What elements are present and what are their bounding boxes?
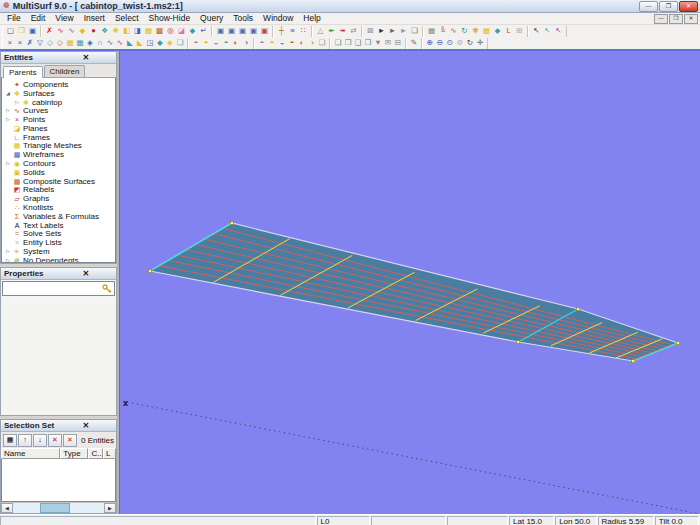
tree-item-components[interactable]: ✦Components [2,80,115,89]
snake-2-icon[interactable]: ◣ [125,38,135,48]
plan-view-icon[interactable]: ▣ [226,26,237,36]
magnet-icon[interactable]: ◆ [77,26,88,36]
3d-viewport[interactable]: x [120,51,700,514]
vis-sel-icon[interactable]: ◑ [307,38,317,48]
frame-l-icon[interactable]: L [503,26,514,36]
duplicate-icon[interactable]: ❒ [363,38,373,48]
copy-special-icon[interactable]: ❐ [343,38,353,48]
remove-icon[interactable]: ✕ [48,434,62,447]
tree-item-graphs[interactable]: ▱Graphs [2,194,115,203]
tree-item-system[interactable]: ▷✳System [2,247,115,256]
tree-item-wireframes[interactable]: ▩Wireframes [2,150,115,159]
menu-query[interactable]: Query [195,13,228,24]
ring-icon[interactable]: ▦ [65,38,75,48]
blink-icon[interactable]: ◐ [231,38,241,48]
flower-icon[interactable]: ✾ [470,26,481,36]
hide-icon[interactable]: ◒ [211,38,221,48]
bead-icon[interactable]: ● [88,26,99,36]
tree-item-curves[interactable]: ▷∿Curves [2,106,115,115]
perspective-view-icon[interactable]: ▣ [259,26,270,36]
formula-icon[interactable]: ↵ [198,26,209,36]
delete-entity-icon[interactable]: ✗ [44,26,55,36]
copy-icon[interactable]: ❏ [333,38,343,48]
tree-item-solids[interactable]: ▣Solids [2,168,115,177]
tree-item-variables-formulas[interactable]: ΣVariables & Formulas [2,212,115,221]
magnet-2-icon[interactable]: ▦ [75,38,85,48]
surface-icon[interactable]: ❖ [99,26,110,36]
move-down-icon[interactable]: ↓ [33,434,47,447]
tree-item-no-dependents[interactable]: ▷⊘No Dependents [2,256,115,263]
copy-surface-icon[interactable]: ❏ [175,38,185,48]
zoom-in-icon[interactable]: ⊕ [425,38,435,48]
align-icon[interactable]: ≡ [287,26,298,36]
mdi-restore-button[interactable]: ❐ [669,14,683,24]
menu-tools[interactable]: Tools [228,13,258,24]
red-curve-icon[interactable]: ∿ [448,26,459,36]
zoom-window-icon[interactable]: ⊙ [445,38,455,48]
swap-icon[interactable]: ⇄ [348,26,359,36]
menu-file[interactable]: File [2,13,26,24]
proj-point-icon[interactable]: ✗ [25,38,35,48]
control-point[interactable] [230,222,233,225]
show-all-icon[interactable]: ◓ [201,38,211,48]
tree-item-points[interactable]: ▷×Points [2,115,115,124]
menu-help[interactable]: Help [298,13,325,24]
expander-icon[interactable]: ▷ [4,247,12,256]
pointer-icon[interactable]: ↖ [531,26,542,36]
menu-show-hide[interactable]: Show-Hide [144,13,196,24]
measure-icon[interactable]: ∷ [298,26,309,36]
solid-icon[interactable]: ◆ [187,26,198,36]
relabel-icon[interactable]: ◪ [176,26,187,36]
frame-icon[interactable]: ◨ [132,26,143,36]
scroll-right-icon[interactable]: ▶ [104,503,116,513]
minimize-button[interactable]: — [639,1,658,12]
front-view-icon[interactable]: ▣ [215,26,226,36]
yellow-grid-icon[interactable]: ▦ [481,26,492,36]
gray-grid-icon[interactable]: ⊞ [514,26,525,36]
close-icon[interactable]: ✕ [59,421,114,430]
expander-icon[interactable]: ▷ [4,106,12,115]
rel-point-icon[interactable]: × [15,38,25,48]
tree-item-solve-sets[interactable]: =Solve Sets [2,230,115,239]
scrollbar-thumb[interactable] [40,503,69,513]
menu-select[interactable]: Select [110,13,144,24]
column-header-type[interactable]: Type [60,448,88,459]
tree-item-surfaces[interactable]: ◢❖Surfaces [2,89,115,98]
pointer-snap-icon[interactable]: ↖ [542,26,553,36]
select-box-icon[interactable]: ⊠ [365,26,376,36]
edge-snake-icon[interactable]: ◣ [135,38,145,48]
vis-named-icon[interactable]: ◒ [277,38,287,48]
control-point[interactable] [148,270,151,273]
zoom-out-icon[interactable]: ⊖ [435,38,445,48]
rotate-view-icon[interactable]: ↻ [465,38,475,48]
properties-name-field[interactable] [2,281,115,296]
paste-icon[interactable]: ❑ [353,38,363,48]
control-point[interactable] [577,308,580,311]
draw-pen-icon[interactable]: ✎ [409,38,419,48]
select-children-icon[interactable]: ► [387,26,398,36]
int-point-icon[interactable]: ◇ [45,38,55,48]
control-point[interactable] [632,360,635,363]
arc-icon[interactable]: ∩ [95,38,105,48]
scroll-left-icon[interactable]: ◀ [1,503,13,513]
nudge-icon[interactable]: △ [315,26,326,36]
new-file-icon[interactable]: ▢ [5,26,16,36]
expander-icon[interactable]: ▷ [4,159,12,168]
merge-icon[interactable]: ⊟ [393,38,403,48]
selection-set-hscrollbar[interactable]: ◀ ▶ [1,502,116,513]
close-icon[interactable]: ✕ [59,53,114,62]
tree-item-frames[interactable]: ∟Frames [2,133,115,142]
refresh-icon[interactable]: ↻ [459,26,470,36]
zoom-previous-icon[interactable]: ⊘ [455,38,465,48]
expander-icon[interactable]: ▷ [4,115,12,124]
vis-all-icon[interactable]: ◓ [267,38,277,48]
tree-item-triangle-meshes[interactable]: ▦Triangle Meshes [2,142,115,151]
tree-item-knotlists[interactable]: ∴Knotlists [2,203,115,212]
tree-item-composite-surfaces[interactable]: ▩Composite Surfaces [2,177,115,186]
hide-all-icon[interactable]: ◑ [241,38,251,48]
menu-view[interactable]: View [50,13,78,24]
surface-cabintop[interactable] [150,223,678,361]
bead-2-icon[interactable]: ◇ [55,38,65,48]
close-button[interactable]: ✕ [679,1,698,12]
abs-point-icon[interactable]: × [5,38,15,48]
